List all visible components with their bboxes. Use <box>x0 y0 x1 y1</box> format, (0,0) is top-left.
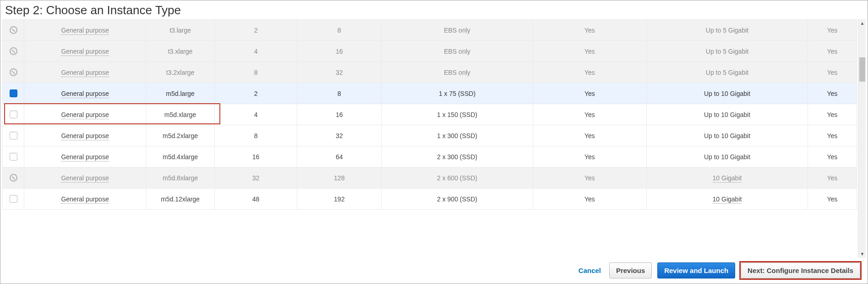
cell-vcpus: 8 <box>215 62 297 83</box>
cell-ipv6: Yes <box>808 125 857 146</box>
row-select-cell <box>3 41 24 62</box>
cell-ebs-optimized: Yes <box>533 125 647 146</box>
cell-storage: 2 x 900 (SSD) <box>382 189 533 210</box>
cell-type: t3.2xlarge <box>146 62 214 83</box>
network-label: 10 Gigabit <box>713 195 742 204</box>
cell-vcpus: 16 <box>215 146 297 167</box>
cell-storage: EBS only <box>382 20 533 41</box>
forbidden-icon <box>10 26 17 34</box>
cell-storage: 2 x 600 (SSD) <box>382 167 533 189</box>
cell-ipv6: Yes <box>808 189 857 210</box>
cell-memory: 8 <box>297 83 382 104</box>
cell-ebs-optimized: Yes <box>533 167 647 189</box>
cell-memory: 32 <box>297 62 382 83</box>
scrollbar-thumb[interactable] <box>859 57 865 82</box>
scroll-down-arrow[interactable]: ▼ <box>858 250 866 258</box>
cell-type: m5d.2xlarge <box>146 125 214 146</box>
cell-vcpus: 4 <box>215 104 297 125</box>
cell-vcpus: 32 <box>215 167 297 189</box>
table-row: General purposem5d.8xlarge321282 x 600 (… <box>3 167 857 189</box>
family-label: General purpose <box>61 48 109 56</box>
network-label: Up to 10 Gigabit <box>704 90 750 97</box>
instance-table-scrollpane: General purposet3.large28EBS onlyYesUp t… <box>2 19 866 258</box>
table-row: General purposet3.large28EBS onlyYesUp t… <box>3 20 857 41</box>
cell-storage: EBS only <box>382 41 533 62</box>
next-configure-instance-details-button[interactable]: Next: Configure Instance Details <box>741 262 860 278</box>
cell-network: Up to 10 Gigabit <box>647 104 808 125</box>
cell-network: 10 Gigabit <box>647 167 808 189</box>
cell-network: Up to 5 Gigabit <box>647 62 808 83</box>
family-label: General purpose <box>61 90 109 98</box>
cell-ebs-optimized: Yes <box>533 146 647 167</box>
previous-button[interactable]: Previous <box>609 262 652 278</box>
family-label: General purpose <box>61 174 109 183</box>
cell-ebs-optimized: Yes <box>533 41 647 62</box>
forbidden-icon <box>10 47 17 55</box>
cancel-link[interactable]: Cancel <box>576 263 604 278</box>
cell-vcpus: 8 <box>215 125 297 146</box>
row-select-cell[interactable] <box>3 125 24 146</box>
cell-family: General purpose <box>24 20 146 41</box>
cell-memory: 32 <box>297 125 382 146</box>
cell-family: General purpose <box>24 83 146 104</box>
cell-memory: 8 <box>297 20 382 41</box>
review-and-launch-button[interactable]: Review and Launch <box>657 262 735 278</box>
table-row[interactable]: General purposem5d.2xlarge8321 x 300 (SS… <box>3 125 857 146</box>
row-checkbox[interactable] <box>10 132 17 139</box>
cell-family: General purpose <box>24 167 146 189</box>
cell-ipv6: Yes <box>808 167 857 189</box>
table-row[interactable]: General purposem5d.large281 x 75 (SSD)Ye… <box>3 83 857 104</box>
family-label: General purpose <box>61 111 109 119</box>
network-label: Up to 5 Gigabit <box>706 69 748 76</box>
row-select-cell[interactable] <box>3 104 24 125</box>
cell-vcpus: 2 <box>215 83 297 104</box>
cell-ebs-optimized: Yes <box>533 83 647 104</box>
cell-storage: 1 x 150 (SSD) <box>382 104 533 125</box>
cell-network: Up to 5 Gigabit <box>647 41 808 62</box>
cell-ebs-optimized: Yes <box>533 20 647 41</box>
cell-vcpus: 48 <box>215 189 297 210</box>
network-label: 10 Gigabit <box>713 174 742 183</box>
cell-ipv6: Yes <box>808 146 857 167</box>
family-label: General purpose <box>61 69 109 77</box>
cell-family: General purpose <box>24 104 146 125</box>
row-select-cell[interactable] <box>3 146 24 167</box>
instance-type-table: General purposet3.large28EBS onlyYesUp t… <box>2 19 857 210</box>
row-checkbox[interactable] <box>10 195 17 203</box>
cell-ipv6: Yes <box>808 83 857 104</box>
cell-family: General purpose <box>24 189 146 210</box>
cell-family: General purpose <box>24 41 146 62</box>
cell-ebs-optimized: Yes <box>533 62 647 83</box>
table-row: General purposet3.2xlarge832EBS onlyYesU… <box>3 62 857 83</box>
cell-ebs-optimized: Yes <box>533 104 647 125</box>
page-title: Step 2: Choose an Instance Type <box>2 2 866 19</box>
family-label: General purpose <box>61 132 109 140</box>
row-select-cell <box>3 62 24 83</box>
network-label: Up to 10 Gigabit <box>704 153 750 161</box>
cell-storage: 1 x 75 (SSD) <box>382 83 533 104</box>
cell-ipv6: Yes <box>808 41 857 62</box>
row-checkbox[interactable] <box>10 153 17 161</box>
cell-memory: 64 <box>297 146 382 167</box>
table-row[interactable]: General purposem5d.12xlarge481922 x 900 … <box>3 189 857 210</box>
cell-ebs-optimized: Yes <box>533 189 647 210</box>
table-row[interactable]: General purposem5d.4xlarge16642 x 300 (S… <box>3 146 857 167</box>
row-select-cell[interactable] <box>3 83 24 104</box>
cell-type: m5d.8xlarge <box>146 167 214 189</box>
row-select-cell[interactable] <box>3 189 24 210</box>
cell-storage: 2 x 300 (SSD) <box>382 146 533 167</box>
table-row[interactable]: General purposem5d.xlarge4161 x 150 (SSD… <box>3 104 857 125</box>
cell-memory: 16 <box>297 41 382 62</box>
row-checkbox[interactable] <box>10 111 17 118</box>
vertical-scrollbar[interactable]: ▲ ▼ <box>858 19 866 258</box>
cell-network: Up to 5 Gigabit <box>647 20 808 41</box>
scroll-up-arrow[interactable]: ▲ <box>858 19 866 27</box>
network-label: Up to 10 Gigabit <box>704 132 750 139</box>
cell-ipv6: Yes <box>808 62 857 83</box>
cell-type: m5d.large <box>146 83 214 104</box>
cell-storage: EBS only <box>382 62 533 83</box>
cell-family: General purpose <box>24 62 146 83</box>
family-label: General purpose <box>61 195 109 204</box>
cell-type: t3.large <box>146 20 214 41</box>
row-checkbox[interactable] <box>10 89 17 97</box>
